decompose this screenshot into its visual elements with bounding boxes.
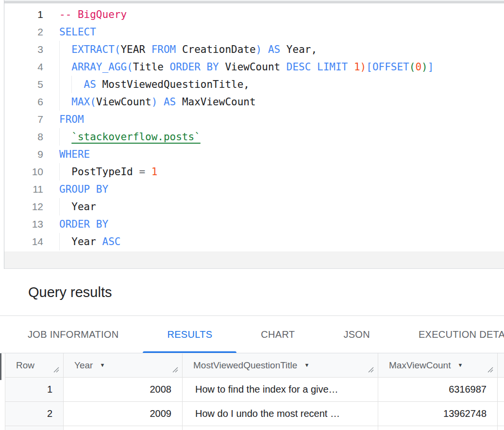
code-line[interactable]: 11GROUP BY <box>4 181 504 198</box>
code-text: WHERE <box>59 146 90 163</box>
line-number: 10 <box>4 163 49 181</box>
code-tokens: PostTypeId = 1 <box>59 166 157 178</box>
tab-label: RESULTS <box>167 329 212 340</box>
table-cell[interactable] <box>64 426 183 430</box>
tab-execution-details[interactable]: EXECUTION DETAILS <box>394 316 504 353</box>
table-cell[interactable] <box>183 426 378 430</box>
table-cell[interactable]: How do I undo the most recent … <box>183 402 378 426</box>
code-line[interactable]: 5 AS MostViewedQuestionTitle, <box>4 76 504 93</box>
code-text: MAX(ViewCount) AS MaxViewCount <box>59 93 256 111</box>
column-header-maxviewcount[interactable]: MaxViewCount▼ <box>378 353 498 377</box>
code-text: ARRAY_AGG(Title ORDER BY ViewCount DESC … <box>59 58 434 76</box>
column-resize-handle-icon[interactable] <box>53 364 59 375</box>
line-number: 13 <box>4 215 49 233</box>
table-row: 22009How do I undo the most recent …1396… <box>5 402 504 426</box>
line-number: 3 <box>4 41 49 58</box>
code-line[interactable]: 4 ARRAY_AGG(Title ORDER BY ViewCount DES… <box>4 58 504 76</box>
column-resize-handle-icon[interactable] <box>487 364 493 375</box>
table-cell[interactable] <box>498 426 504 430</box>
line-number: 6 <box>4 93 49 111</box>
code-tokens: ARRAY_AGG(Title ORDER BY ViewCount DESC … <box>59 61 434 73</box>
tab-label: CHART <box>261 329 295 340</box>
column-label: MaxViewCount <box>389 360 451 371</box>
line-number: 1 <box>4 6 49 23</box>
code-tokens: `stackoverflow.posts` <box>59 131 201 143</box>
row-number-cell[interactable]: 1 <box>5 378 64 401</box>
indent-guide <box>59 41 60 58</box>
code-line[interactable]: 7FROM <box>4 111 504 128</box>
indent-guide <box>59 198 60 215</box>
tab-json[interactable]: JSON <box>319 316 394 353</box>
table-row <box>5 426 504 430</box>
column-menu-arrow-icon[interactable]: ▼ <box>100 363 105 368</box>
indent-guide <box>59 128 60 146</box>
code-line[interactable]: 8 `stackoverflow.posts` <box>4 128 504 146</box>
table-cell[interactable] <box>498 378 504 401</box>
indent-guide <box>59 58 60 76</box>
tab-label: EXECUTION DETAILS <box>419 329 504 340</box>
query-results-header: Query results <box>0 269 504 316</box>
column-header-mostviewedquestiontitle[interactable]: MostViewedQuestionTitle▼ <box>183 353 378 377</box>
code-tokens: SELECT <box>59 26 96 38</box>
code-tokens: FROM <box>59 114 84 125</box>
table-cell[interactable]: 13962748 <box>378 402 498 426</box>
indent-guide <box>59 233 60 250</box>
line-number: 8 <box>4 128 49 146</box>
code-tokens: Year ASC <box>59 236 120 248</box>
column-header-row[interactable]: Row <box>5 353 64 377</box>
page-title: Query results <box>28 284 112 300</box>
column-label: MostViewedQuestionTitle <box>193 360 297 371</box>
table-cell[interactable]: How to find the index for a give… <box>183 378 378 401</box>
code-tokens: EXTRACT(YEAR FROM CreationDate) AS Year, <box>59 44 317 55</box>
code-text: SELECT <box>59 23 96 41</box>
code-text: AS MostViewedQuestionTitle, <box>59 76 250 93</box>
code-line[interactable]: 3 EXTRACT(YEAR FROM CreationDate) AS Yea… <box>4 41 504 58</box>
results-table: RowYear▼MostViewedQuestionTitle▼MaxViewC… <box>5 353 504 430</box>
code-text: `stackoverflow.posts` <box>59 128 201 146</box>
tab-label: JSON <box>343 329 370 340</box>
table-cell[interactable] <box>378 426 498 430</box>
code-line[interactable]: 1-- BigQuery <box>4 6 504 23</box>
code-tokens: AS MostViewedQuestionTitle, <box>59 79 250 90</box>
tab-chart[interactable]: CHART <box>236 316 319 353</box>
column-header-year[interactable]: Year▼ <box>64 353 183 377</box>
row-number-cell[interactable] <box>5 426 64 430</box>
indent-guide <box>59 163 60 181</box>
column-label: Year <box>74 360 93 371</box>
code-line[interactable]: 2SELECT <box>4 23 504 41</box>
column-menu-arrow-icon[interactable]: ▼ <box>304 363 309 368</box>
code-tokens: WHERE <box>59 149 90 160</box>
code-text: Year <box>59 198 96 215</box>
code-line[interactable]: 6 MAX(ViewCount) AS MaxViewCount <box>4 93 504 111</box>
results-tab-bar: JOB INFORMATIONRESULTSCHARTJSONEXECUTION… <box>0 316 504 353</box>
table-row: 12008How to find the index for a give…63… <box>5 378 504 402</box>
line-number: 2 <box>4 23 49 41</box>
row-number-cell[interactable]: 2 <box>5 402 64 426</box>
tab-results[interactable]: RESULTS <box>143 316 236 353</box>
table-left-scrollbar-thumb[interactable] <box>0 353 1 380</box>
column-header-extra[interactable] <box>498 353 504 377</box>
code-line[interactable]: 14 Year ASC <box>4 233 504 250</box>
code-tokens: ORDER BY <box>59 218 108 230</box>
column-resize-handle-icon[interactable] <box>172 364 178 375</box>
code-line[interactable]: 13ORDER BY <box>4 215 504 233</box>
indent-guide <box>71 76 72 93</box>
code-line[interactable]: 9WHERE <box>4 146 504 163</box>
code-tokens: MAX(ViewCount) AS MaxViewCount <box>59 96 256 108</box>
sql-editor[interactable]: 1-- BigQuery2SELECT3 EXTRACT(YEAR FROM C… <box>4 3 504 251</box>
active-tab-underline <box>143 351 236 353</box>
column-resize-handle-icon[interactable] <box>368 364 374 375</box>
code-line[interactable]: 10 PostTypeId = 1 <box>4 163 504 181</box>
code-text: Year ASC <box>59 233 120 250</box>
table-cell[interactable]: 2009 <box>64 402 183 426</box>
table-cell[interactable]: 6316987 <box>378 378 498 401</box>
tab-label: JOB INFORMATION <box>28 329 118 340</box>
table-cell[interactable]: 2008 <box>64 378 183 401</box>
column-menu-arrow-icon[interactable]: ▼ <box>457 363 463 368</box>
indent-guide <box>59 93 60 111</box>
tab-job-information[interactable]: JOB INFORMATION <box>3 316 143 353</box>
line-number: 14 <box>4 233 49 250</box>
table-cell[interactable] <box>498 402 504 426</box>
code-line[interactable]: 12 Year <box>4 198 504 215</box>
line-number: 5 <box>4 76 49 93</box>
